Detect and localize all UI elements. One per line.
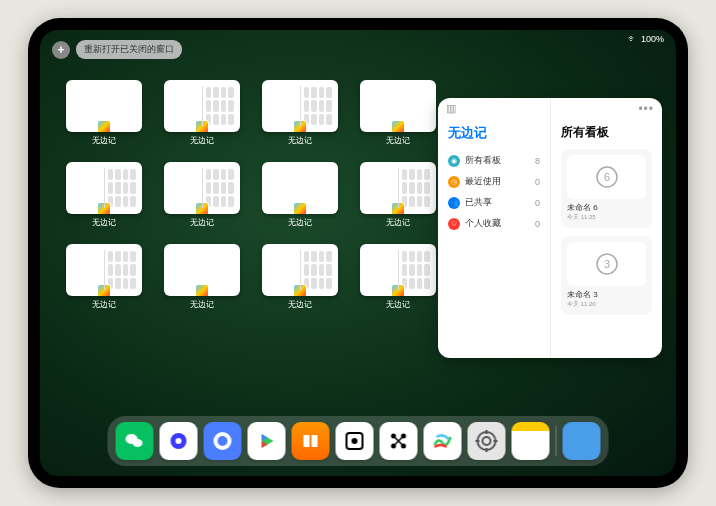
dock-play-icon[interactable] xyxy=(248,422,286,460)
freeform-app-icon xyxy=(195,284,209,296)
freeform-app-icon xyxy=(391,284,405,296)
window-card[interactable]: 无边记 xyxy=(360,80,436,146)
dock-app7-icon[interactable] xyxy=(380,422,418,460)
freeform-panel: ▥ ••• 无边记 ◉所有看板8◷最近使用0👥已共享0♡个人收藏0 所有看板 6… xyxy=(438,98,662,358)
dock-settings-icon[interactable] xyxy=(468,422,506,460)
svg-point-7 xyxy=(176,438,182,444)
window-label: 无边记 xyxy=(92,217,116,228)
freeform-app-icon xyxy=(293,120,307,132)
panel-sidebar: 无边记 ◉所有看板8◷最近使用0👥已共享0♡个人收藏0 xyxy=(438,98,550,358)
dock-qqbrowser-icon[interactable] xyxy=(204,422,242,460)
window-card[interactable]: 无边记 xyxy=(360,162,436,228)
panel-content: 所有看板 6未命名 6今天 11:253未命名 3今天 11:20 xyxy=(550,98,662,358)
freeform-app-icon xyxy=(195,120,209,132)
sidebar-toggle-icon[interactable]: ▥ xyxy=(446,102,460,116)
window-label: 无边记 xyxy=(386,135,410,146)
board-card[interactable]: 3未命名 3今天 11:20 xyxy=(561,236,652,315)
svg-point-5 xyxy=(133,439,143,447)
more-icon[interactable]: ••• xyxy=(638,102,654,116)
window-card[interactable]: 无边记 xyxy=(164,244,240,310)
board-name: 未命名 6 xyxy=(567,202,646,213)
window-thumbnail xyxy=(164,162,240,214)
status-bar: ᯤ 100% xyxy=(628,34,664,44)
window-label: 无边记 xyxy=(92,299,116,310)
ipad-frame: ᯤ 100% + 重新打开已关闭的窗口 无边记无边记无边记无边记无边记无边记无边… xyxy=(28,18,688,488)
window-label: 无边记 xyxy=(288,135,312,146)
window-card[interactable]: 无边记 xyxy=(360,244,436,310)
window-card[interactable]: 无边记 xyxy=(66,244,142,310)
freeform-app-icon xyxy=(97,120,111,132)
board-time: 今天 11:20 xyxy=(567,300,646,309)
window-card[interactable]: 无边记 xyxy=(164,80,240,146)
dock-books-icon[interactable] xyxy=(292,422,330,460)
category-icon: ◷ xyxy=(448,176,460,188)
window-label: 无边记 xyxy=(386,299,410,310)
sidebar-item[interactable]: 👥已共享0 xyxy=(448,192,540,213)
panel-title: 无边记 xyxy=(448,124,540,142)
window-label: 无边记 xyxy=(190,299,214,310)
dock-quark-icon[interactable] xyxy=(160,422,198,460)
window-thumbnail xyxy=(66,244,142,296)
freeform-app-icon xyxy=(293,202,307,214)
svg-point-23 xyxy=(478,432,496,450)
battery-text: 100% xyxy=(641,34,664,44)
window-label: 无边记 xyxy=(288,299,312,310)
window-thumbnail xyxy=(66,162,142,214)
dock-recent-stack-icon[interactable] xyxy=(563,422,601,460)
window-thumbnail xyxy=(164,244,240,296)
wifi-icon: ᯤ xyxy=(628,34,637,44)
category-icon: ♡ xyxy=(448,218,460,230)
window-card[interactable]: 无边记 xyxy=(66,80,142,146)
window-thumbnail xyxy=(66,80,142,132)
window-thumbnail xyxy=(262,162,338,214)
sidebar-item-label: 所有看板 xyxy=(465,154,501,167)
sidebar-item-count: 0 xyxy=(535,198,540,208)
svg-point-24 xyxy=(483,437,491,445)
screen: ᯤ 100% + 重新打开已关闭的窗口 无边记无边记无边记无边记无边记无边记无边… xyxy=(40,30,676,476)
board-time: 今天 11:25 xyxy=(567,213,646,222)
svg-rect-14 xyxy=(312,435,318,447)
window-card[interactable]: 无边记 xyxy=(262,244,338,310)
dock-freeform-icon[interactable] xyxy=(424,422,462,460)
dock-wechat-icon[interactable] xyxy=(116,422,154,460)
freeform-app-icon xyxy=(195,202,209,214)
dock xyxy=(108,416,609,466)
window-thumbnail xyxy=(262,244,338,296)
window-card[interactable]: 无边记 xyxy=(262,80,338,146)
sidebar-item[interactable]: ♡个人收藏0 xyxy=(448,213,540,234)
sidebar-item-count: 0 xyxy=(535,177,540,187)
sidebar-item[interactable]: ◷最近使用0 xyxy=(448,171,540,192)
window-card[interactable]: 无边记 xyxy=(66,162,142,228)
freeform-app-icon xyxy=(391,202,405,214)
dock-app6-icon[interactable] xyxy=(336,422,374,460)
dock-notes-icon[interactable] xyxy=(512,422,550,460)
board-thumbnail: 6 xyxy=(567,155,646,199)
new-window-button[interactable]: + xyxy=(52,41,70,59)
window-card[interactable]: 无边记 xyxy=(262,162,338,228)
svg-point-16 xyxy=(352,438,358,444)
board-name: 未命名 3 xyxy=(567,289,646,300)
dock-separator xyxy=(556,426,557,456)
window-thumbnail xyxy=(360,80,436,132)
window-label: 无边记 xyxy=(288,217,312,228)
board-card[interactable]: 6未命名 6今天 11:25 xyxy=(561,149,652,228)
sidebar-item[interactable]: ◉所有看板8 xyxy=(448,150,540,171)
freeform-app-icon xyxy=(293,284,307,296)
reopen-closed-window-button[interactable]: 重新打开已关闭的窗口 xyxy=(76,40,182,59)
sidebar-item-count: 0 xyxy=(535,219,540,229)
window-thumbnail xyxy=(262,80,338,132)
window-thumbnail xyxy=(360,244,436,296)
category-icon: 👥 xyxy=(448,197,460,209)
window-label: 无边记 xyxy=(190,217,214,228)
category-icon: ◉ xyxy=(448,155,460,167)
window-label: 无边记 xyxy=(92,135,116,146)
freeform-app-icon xyxy=(97,284,111,296)
window-thumbnail xyxy=(360,162,436,214)
svg-text:3: 3 xyxy=(603,258,609,270)
window-label: 无边记 xyxy=(386,217,410,228)
sidebar-item-count: 8 xyxy=(535,156,540,166)
freeform-app-icon xyxy=(97,202,111,214)
svg-text:6: 6 xyxy=(603,171,609,183)
window-grid: 无边记无边记无边记无边记无边记无边记无边记无边记无边记无边记无边记无边记 xyxy=(66,80,436,310)
window-card[interactable]: 无边记 xyxy=(164,162,240,228)
